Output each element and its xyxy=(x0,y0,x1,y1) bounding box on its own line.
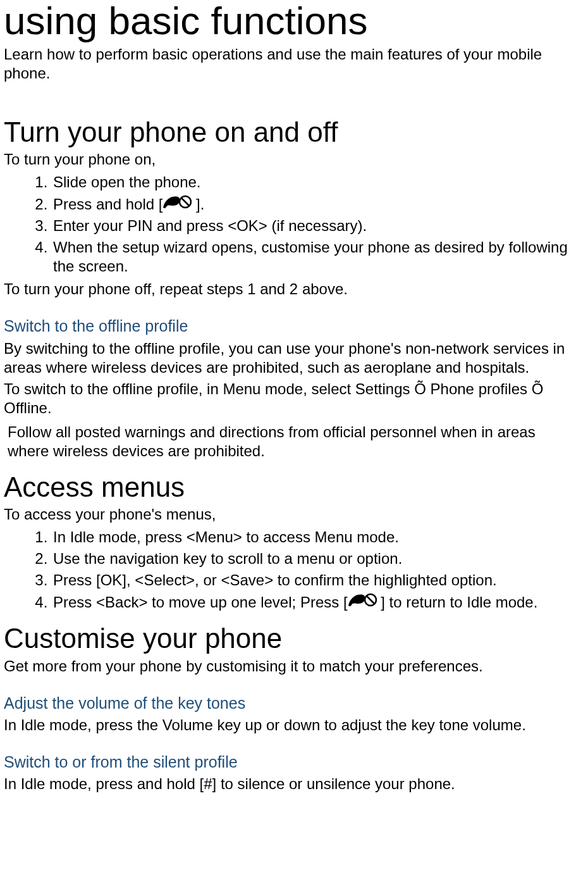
access-steps: In Idle mode, press <Menu> to access Men… xyxy=(4,528,584,612)
intro-text: Learn how to perform basic operations an… xyxy=(4,45,584,83)
volume-text: In Idle mode, press the Volume key up or… xyxy=(4,716,584,735)
page-title: using basic functions xyxy=(4,0,584,41)
end-call-key-icon xyxy=(348,592,377,610)
section-customise: Customise your phone xyxy=(4,623,584,654)
access-lead: To access your phone's menus, xyxy=(4,505,584,524)
turn-on-steps: Slide open the phone. Press and hold [ ]… xyxy=(4,173,584,276)
section-turn-on-off: Turn your phone on and off xyxy=(4,117,584,147)
section-access-menus: Access menus xyxy=(4,472,584,502)
step-4: When the setup wizard opens, customise y… xyxy=(52,238,584,276)
step-3: Enter your PIN and press <OK> (if necess… xyxy=(52,216,584,235)
turn-on-lead: To turn your phone on, xyxy=(4,150,584,169)
subheading-silent: Switch to or from the silent profile xyxy=(4,752,584,772)
subheading-volume: Adjust the volume of the key tones xyxy=(4,694,584,713)
customise-lead: Get more from your phone by customising … xyxy=(4,657,584,676)
access-step-4-post: ] to return to Idle mode. xyxy=(377,594,538,611)
svg-line-1 xyxy=(181,198,189,206)
step-2-pre: Press and hold [ xyxy=(53,196,162,213)
offline-note: Follow all posted warnings and direction… xyxy=(8,423,578,461)
step-2-post: ]. xyxy=(192,196,204,213)
access-step-1: In Idle mode, press <Menu> to access Men… xyxy=(52,528,584,547)
offline-p1: By switching to the offline profile, you… xyxy=(4,339,584,377)
access-step-4: Press <Back> to move up one level; Press… xyxy=(52,592,584,612)
access-step-3: Press [OK], <Select>, or <Save> to confi… xyxy=(52,571,584,590)
access-step-4-pre: Press <Back> to move up one level; Press… xyxy=(53,594,348,611)
subheading-offline: Switch to the offline profile xyxy=(4,316,584,336)
turn-off-text: To turn your phone off, repeat steps 1 a… xyxy=(4,280,584,299)
silent-text: In Idle mode, press and hold [#] to sile… xyxy=(4,775,584,794)
step-1: Slide open the phone. xyxy=(52,173,584,192)
end-call-key-icon xyxy=(162,194,192,212)
step-2: Press and hold [ ]. xyxy=(52,194,584,214)
svg-line-3 xyxy=(367,596,374,604)
offline-p2: To switch to the offline profile, in Men… xyxy=(4,380,584,418)
access-step-2: Use the navigation key to scroll to a me… xyxy=(52,549,584,568)
